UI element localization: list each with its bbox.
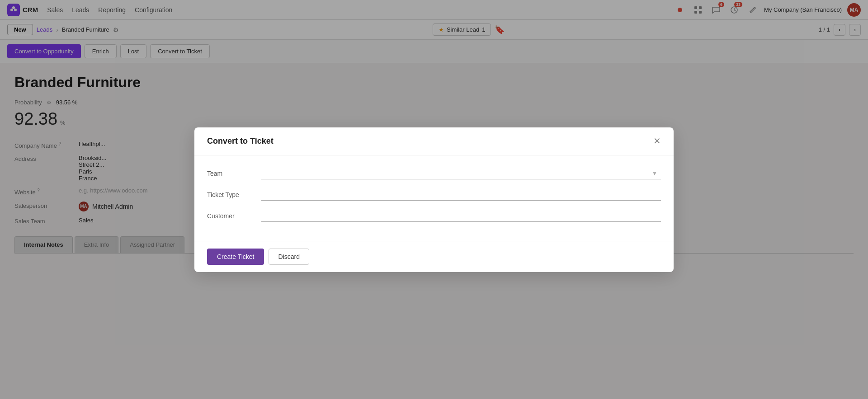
create-ticket-button[interactable]: Create Ticket (207, 249, 264, 264)
modal-overlay[interactable]: Convert to Ticket ✕ Team ▼ Ticket Type (0, 0, 868, 264)
dialog-customer-field: Customer (207, 211, 661, 222)
dialog-ticket-type-field: Ticket Type (207, 189, 661, 201)
dropdown-arrow-icon: ▼ (652, 170, 661, 177)
dialog-close-button[interactable]: ✕ (653, 136, 661, 146)
dialog-title: Convert to Ticket (207, 136, 274, 146)
discard-button[interactable]: Discard (269, 249, 309, 264)
dialog-footer: Create Ticket Discard (194, 241, 674, 264)
dialog-body: Team ▼ Ticket Type Customer (194, 155, 674, 241)
dialog-team-field: Team ▼ (207, 168, 661, 179)
dialog-team-input[interactable] (261, 168, 652, 179)
dialog-header: Convert to Ticket ✕ (194, 127, 674, 155)
dialog-customer-input[interactable] (261, 211, 661, 221)
dialog-ticket-type-input-wrapper (261, 189, 661, 201)
dialog-team-input-wrapper: ▼ (261, 168, 661, 179)
dialog-customer-input-wrapper (261, 211, 661, 222)
dialog-ticket-type-label: Ticket Type (207, 191, 261, 198)
convert-to-ticket-dialog: Convert to Ticket ✕ Team ▼ Ticket Type (194, 127, 674, 264)
dialog-ticket-type-input[interactable] (261, 189, 661, 200)
dialog-team-label: Team (207, 170, 261, 177)
dialog-customer-label: Customer (207, 212, 261, 220)
